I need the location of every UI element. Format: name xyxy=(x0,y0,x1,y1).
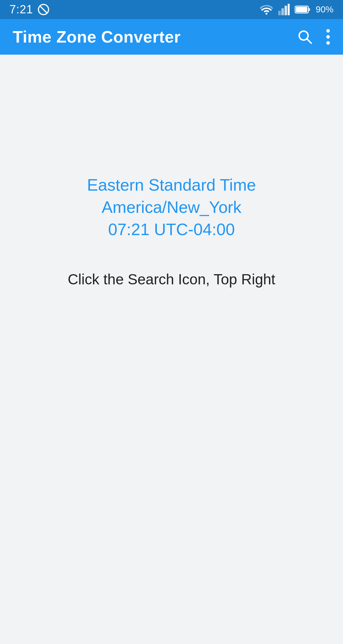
search-button[interactable] xyxy=(297,29,313,45)
status-bar-left: 7:21 xyxy=(10,3,50,16)
timezone-region: America/New_York xyxy=(102,198,241,217)
svg-line-10 xyxy=(307,39,311,43)
timezone-name: Eastern Standard Time xyxy=(87,175,256,194)
svg-point-12 xyxy=(326,35,330,39)
battery-percent: 90% xyxy=(316,4,333,15)
svg-marker-2 xyxy=(278,11,281,15)
status-time: 7:21 xyxy=(10,3,33,16)
status-bar: 7:21 xyxy=(0,0,343,19)
svg-marker-5 xyxy=(288,4,290,15)
svg-rect-8 xyxy=(296,7,307,12)
wifi-icon xyxy=(260,4,273,15)
more-options-button[interactable] xyxy=(326,29,330,45)
app-bar-actions xyxy=(297,29,330,45)
status-icons-right: 90% xyxy=(260,4,333,15)
signal-icon xyxy=(278,4,290,15)
app-bar: Time Zone Converter xyxy=(0,19,343,55)
svg-rect-7 xyxy=(308,8,310,11)
battery-icon xyxy=(295,5,311,14)
svg-line-1 xyxy=(40,6,47,13)
svg-marker-3 xyxy=(281,8,284,15)
blocked-icon xyxy=(37,3,50,16)
svg-point-13 xyxy=(326,41,330,45)
instruction-text: Click the Search Icon, Top Right xyxy=(68,271,275,288)
svg-marker-4 xyxy=(285,6,287,15)
timezone-time: 07:21 UTC-04:00 xyxy=(108,220,235,239)
svg-point-11 xyxy=(326,29,330,33)
app-title: Time Zone Converter xyxy=(13,27,181,46)
main-content: Eastern Standard Time America/New_York 0… xyxy=(0,55,343,644)
timezone-info: Eastern Standard Time America/New_York 0… xyxy=(87,175,256,239)
